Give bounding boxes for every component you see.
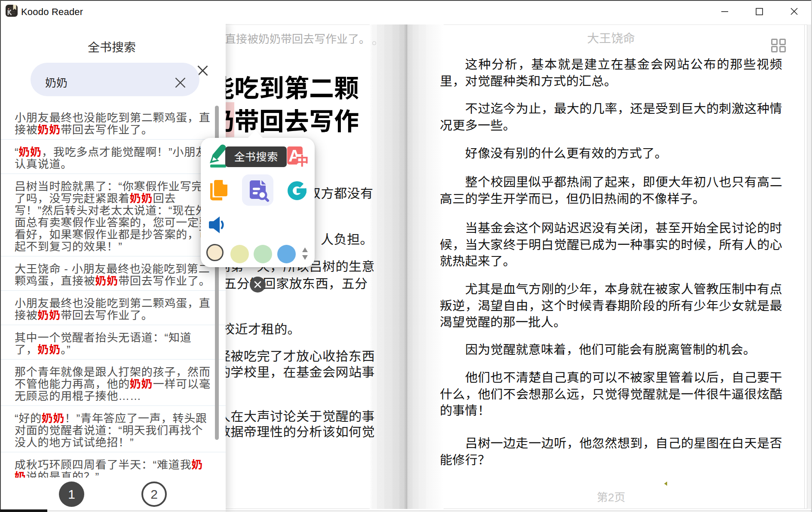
svg-text:中: 中	[295, 150, 308, 168]
